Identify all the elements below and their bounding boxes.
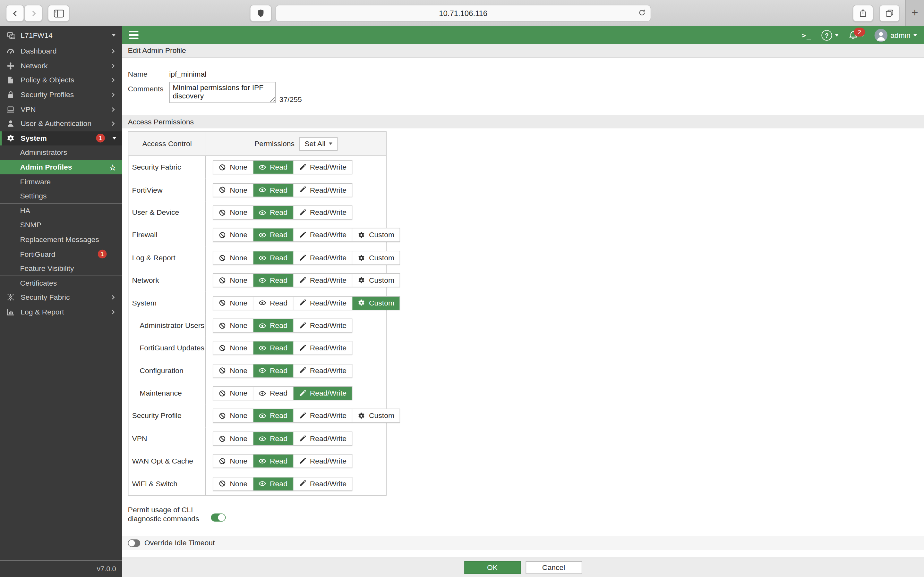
permission-read-button[interactable]: Read xyxy=(254,161,294,174)
permission-read-button[interactable]: Read xyxy=(254,319,294,332)
permission-rw-button[interactable]: Read/Write xyxy=(293,297,352,309)
permission-none-button[interactable]: None xyxy=(213,251,254,264)
permission-rw-button[interactable]: Read/Write xyxy=(293,319,352,332)
notifications-menu[interactable]: 2 xyxy=(849,31,865,40)
permission-none-button[interactable]: None xyxy=(213,206,254,219)
permission-segmented-control: NoneReadRead/WriteCustom xyxy=(213,274,400,287)
comments-field[interactable]: Minimal permissions for IPF discovery xyxy=(169,82,276,103)
permission-rw-button[interactable]: Read/Write xyxy=(293,251,352,264)
override-idle-timeout-toggle[interactable] xyxy=(128,539,141,547)
block-icon xyxy=(218,277,226,284)
permission-custom-button[interactable]: Custom xyxy=(352,297,400,309)
permission-rw-button[interactable]: Read/Write xyxy=(293,364,352,377)
sidebar-item-system[interactable]: System 1 xyxy=(0,131,122,145)
permission-read-button[interactable]: Read xyxy=(254,297,294,309)
sidebar-toggle-icon xyxy=(53,9,64,17)
permission-rw-button[interactable]: Read/Write xyxy=(293,274,352,287)
permission-read-button[interactable]: Read xyxy=(254,364,294,377)
browser-back-button[interactable] xyxy=(6,5,24,22)
permission-custom-button[interactable]: Custom xyxy=(352,409,400,422)
permission-none-button[interactable]: None xyxy=(213,297,254,309)
permission-read-button[interactable]: Read xyxy=(254,477,294,490)
permission-rw-button[interactable]: Read/Write xyxy=(293,455,352,467)
url-bar[interactable]: 10.71.106.116 xyxy=(275,5,651,22)
privacy-shield-button[interactable] xyxy=(250,5,272,22)
permission-rw-button[interactable]: Read/Write xyxy=(293,477,352,490)
cancel-button[interactable]: Cancel xyxy=(525,561,582,574)
tab-overview-button[interactable] xyxy=(879,5,900,22)
permission-rw-button[interactable]: Read/Write xyxy=(293,409,352,422)
help-menu[interactable]: ? xyxy=(821,30,838,40)
permission-read-button[interactable]: Read xyxy=(254,455,294,467)
permission-none-button[interactable]: None xyxy=(213,274,254,287)
permission-read-button[interactable]: Read xyxy=(254,409,294,422)
permission-none-button[interactable]: None xyxy=(213,319,254,332)
permission-read-button[interactable]: Read xyxy=(254,387,294,400)
reload-icon[interactable] xyxy=(638,9,646,17)
permission-none-button[interactable]: None xyxy=(213,455,254,467)
sidebar-subitem[interactable]: Certificates xyxy=(0,276,122,290)
permissions-column-header: Permissions xyxy=(254,139,294,148)
permission-rw-button[interactable]: Read/Write xyxy=(293,206,352,219)
sidebar-item[interactable]: Security Profiles xyxy=(0,87,122,102)
permission-none-button[interactable]: None xyxy=(213,229,254,242)
permission-none-button[interactable]: None xyxy=(213,161,254,174)
block-icon xyxy=(218,435,226,442)
browser-forward-button[interactable] xyxy=(24,5,42,22)
permission-none-button[interactable]: None xyxy=(213,432,254,445)
permission-rw-button[interactable]: Read/Write xyxy=(293,229,352,242)
permission-rw-button[interactable]: Read/Write xyxy=(293,342,352,355)
permission-rw-button[interactable]: Read/Write xyxy=(293,432,352,445)
fabric-icon xyxy=(6,293,15,302)
sidebar-subitem[interactable]: Firmware xyxy=(0,174,122,189)
browser-sidebar-toggle-button[interactable] xyxy=(48,5,69,22)
permission-none-button[interactable]: None xyxy=(213,409,254,422)
permission-custom-button[interactable]: Custom xyxy=(352,229,400,242)
gear-icon xyxy=(358,254,365,261)
permission-none-button[interactable]: None xyxy=(213,342,254,355)
permission-rw-button[interactable]: Read/Write xyxy=(293,387,352,400)
permission-rw-button[interactable]: Read/Write xyxy=(293,183,352,196)
block-icon xyxy=(218,390,226,397)
sidebar-item[interactable]: Policy & Objects xyxy=(0,73,122,87)
ok-button[interactable]: OK xyxy=(464,561,520,574)
sidebar-item[interactable]: Network xyxy=(0,59,122,73)
new-tab-button[interactable]: + xyxy=(905,0,924,26)
permission-custom-button[interactable]: Custom xyxy=(352,274,400,287)
permission-read-button[interactable]: Read xyxy=(254,342,294,355)
permission-rw-button[interactable]: Read/Write xyxy=(293,161,352,174)
permission-none-button[interactable]: None xyxy=(213,364,254,377)
sidebar-item[interactable]: VPN xyxy=(0,102,122,116)
sidebar-subitem[interactable]: Settings xyxy=(0,189,122,203)
sidebar-subitem[interactable]: HA xyxy=(0,203,122,218)
sidebar-item[interactable]: Security Fabric xyxy=(0,290,122,305)
permission-read-button[interactable]: Read xyxy=(254,251,294,264)
sidebar-item[interactable]: Dashboard xyxy=(0,44,122,59)
admin-user-menu[interactable]: admin xyxy=(875,29,917,41)
gear-icon xyxy=(6,134,15,143)
sidebar-subitem[interactable]: Admin Profiles ☆ xyxy=(0,160,122,174)
permission-read-button[interactable]: Read xyxy=(254,274,294,287)
permission-read-button[interactable]: Read xyxy=(254,183,294,196)
sidebar-subitem[interactable]: SNMP xyxy=(0,218,122,232)
permission-read-button[interactable]: Read xyxy=(254,432,294,445)
device-selector[interactable]: L71FW14 xyxy=(0,26,122,44)
hamburger-menu-icon[interactable] xyxy=(129,31,138,39)
sidebar-subitem[interactable]: Administrators xyxy=(0,145,122,160)
permission-read-button[interactable]: Read xyxy=(254,229,294,242)
cli-diagnostics-toggle[interactable] xyxy=(211,514,226,522)
permission-none-button[interactable]: None xyxy=(213,477,254,490)
permission-read-button[interactable]: Read xyxy=(254,206,294,219)
sidebar-subitem[interactable]: FortiGuard 1 xyxy=(0,247,122,261)
sidebar-item[interactable]: Log & Report xyxy=(0,305,122,319)
sidebar-item[interactable]: User & Authentication xyxy=(0,117,122,131)
sidebar-subitem[interactable]: Replacement Messages xyxy=(0,232,122,247)
permission-custom-button[interactable]: Custom xyxy=(352,251,400,264)
share-button[interactable] xyxy=(853,5,873,22)
cli-console-button[interactable]: >_ xyxy=(802,31,811,39)
star-icon[interactable]: ☆ xyxy=(109,163,116,171)
set-all-dropdown[interactable]: Set All xyxy=(299,137,338,150)
sidebar-subitem[interactable]: Feature Visibility xyxy=(0,261,122,276)
permission-none-button[interactable]: None xyxy=(213,387,254,400)
permission-none-button[interactable]: None xyxy=(213,183,254,196)
